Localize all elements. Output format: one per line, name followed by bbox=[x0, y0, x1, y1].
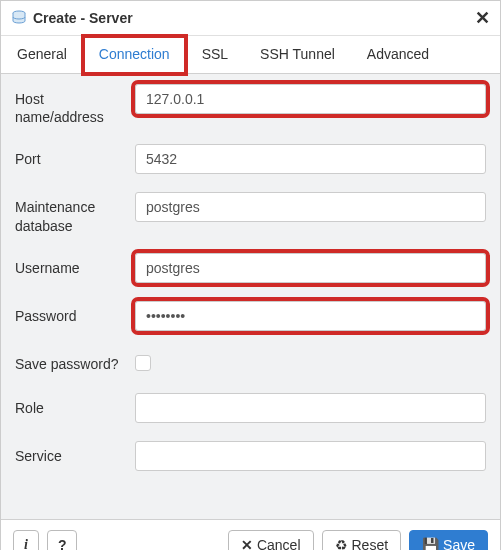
tab-advanced[interactable]: Advanced bbox=[351, 36, 445, 73]
port-input[interactable] bbox=[135, 144, 486, 174]
tab-ssh-tunnel[interactable]: SSH Tunnel bbox=[244, 36, 351, 73]
save-icon: 💾 bbox=[422, 537, 439, 550]
role-label: Role bbox=[15, 393, 135, 417]
cancel-button[interactable]: ✕ Cancel bbox=[228, 530, 314, 550]
save-button[interactable]: 💾 Save bbox=[409, 530, 488, 550]
dialog-title: Create - Server bbox=[33, 10, 133, 26]
host-input[interactable] bbox=[135, 84, 486, 114]
cancel-icon: ✕ bbox=[241, 537, 253, 550]
tab-connection[interactable]: Connection bbox=[83, 36, 186, 74]
help-button[interactable]: ? bbox=[47, 530, 78, 550]
save-password-label: Save password? bbox=[15, 349, 135, 373]
password-label: Password bbox=[15, 301, 135, 325]
maintenance-db-label: Maintenance database bbox=[15, 192, 135, 234]
server-icon bbox=[11, 10, 27, 26]
role-input[interactable] bbox=[135, 393, 486, 423]
reset-button[interactable]: ♻ Reset bbox=[322, 530, 402, 550]
username-label: Username bbox=[15, 253, 135, 277]
tab-ssl[interactable]: SSL bbox=[186, 36, 244, 73]
port-label: Port bbox=[15, 144, 135, 168]
info-button[interactable]: i bbox=[13, 530, 39, 550]
reset-icon: ♻ bbox=[335, 537, 348, 550]
password-input[interactable] bbox=[135, 301, 486, 331]
tab-bar: General Connection SSL SSH Tunnel Advanc… bbox=[1, 36, 500, 74]
create-server-dialog: Create - Server ✕ General Connection SSL… bbox=[0, 0, 501, 550]
tab-general[interactable]: General bbox=[1, 36, 83, 73]
service-label: Service bbox=[15, 441, 135, 465]
dialog-footer: i ? ✕ Cancel ♻ Reset 💾 Save bbox=[1, 519, 500, 550]
reset-button-label: Reset bbox=[352, 537, 389, 550]
save-button-label: Save bbox=[443, 537, 475, 550]
dialog-titlebar: Create - Server ✕ bbox=[1, 1, 500, 36]
cancel-button-label: Cancel bbox=[257, 537, 301, 550]
form-body: Host name/address Port Maintenance datab… bbox=[1, 74, 500, 519]
save-password-checkbox[interactable] bbox=[135, 355, 151, 371]
service-input[interactable] bbox=[135, 441, 486, 471]
username-input[interactable] bbox=[135, 253, 486, 283]
host-label: Host name/address bbox=[15, 84, 135, 126]
info-icon: i bbox=[24, 537, 28, 550]
close-icon[interactable]: ✕ bbox=[475, 7, 490, 29]
maintenance-db-input[interactable] bbox=[135, 192, 486, 222]
help-icon: ? bbox=[58, 537, 67, 550]
